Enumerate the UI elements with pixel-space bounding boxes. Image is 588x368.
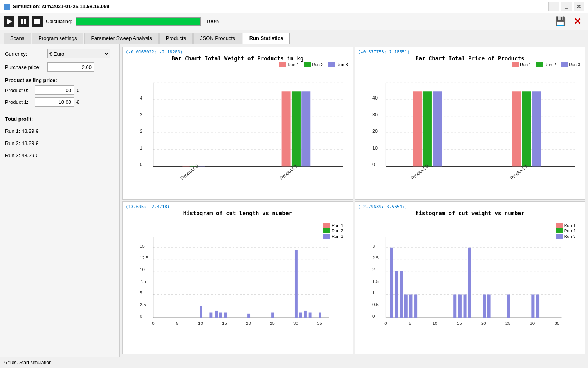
svg-text:12.5: 12.5 bbox=[140, 255, 148, 260]
price-legend-run3-label: Run 3 bbox=[569, 62, 580, 67]
main-window: Simulation: sim.2021-01-25.11.58.16.059 … bbox=[0, 0, 588, 368]
play-icon bbox=[7, 18, 12, 25]
currency-select[interactable]: € Euro $ USD bbox=[47, 49, 110, 58]
tab-json-products[interactable]: JSON Products bbox=[193, 33, 242, 44]
toolbar: Calculating: 100% 💾 ✕ bbox=[0, 13, 588, 30]
tab-scans[interactable]: Scans bbox=[4, 33, 31, 44]
product-0-input[interactable] bbox=[35, 85, 74, 95]
chart-price-svg: 0 10 20 30 40 bbox=[372, 69, 580, 182]
svg-rect-18 bbox=[301, 91, 310, 166]
svg-rect-67 bbox=[209, 312, 212, 318]
svg-rect-34 bbox=[413, 91, 422, 166]
svg-text:20: 20 bbox=[372, 129, 378, 134]
svg-rect-69 bbox=[219, 312, 222, 318]
product-1-input[interactable] bbox=[35, 97, 74, 107]
svg-rect-103 bbox=[395, 271, 398, 318]
svg-rect-111 bbox=[468, 247, 471, 318]
pause-button[interactable] bbox=[18, 16, 29, 27]
svg-text:30: 30 bbox=[372, 112, 378, 118]
status-text: 6 files. Start simulation. bbox=[4, 360, 53, 365]
progress-percent: 100% bbox=[206, 18, 219, 24]
svg-rect-75 bbox=[304, 310, 307, 317]
svg-text:3: 3 bbox=[140, 112, 142, 118]
chart-cut-weight-svg: 0 0.5 1 1.5 2 2.5 3 bbox=[372, 218, 580, 337]
chart-weight: (-0.0163022; -2.18203) Bar Chart Total W… bbox=[122, 47, 353, 200]
svg-rect-106 bbox=[409, 294, 412, 318]
product-section: Product selling price: Product 0: € Prod… bbox=[5, 77, 115, 109]
svg-rect-72 bbox=[271, 312, 274, 318]
price-legend-run1-label: Run 1 bbox=[520, 62, 531, 67]
svg-text:0: 0 bbox=[140, 314, 142, 319]
tab-products[interactable]: Products bbox=[159, 33, 193, 44]
product-1-name: Product 1: bbox=[5, 99, 32, 105]
legend-run2: Run 2 bbox=[304, 62, 323, 67]
svg-text:2.5: 2.5 bbox=[140, 302, 146, 307]
svg-text:10: 10 bbox=[140, 267, 145, 272]
svg-text:2: 2 bbox=[372, 267, 375, 272]
svg-rect-107 bbox=[414, 294, 417, 318]
pause-bar-2 bbox=[24, 19, 26, 24]
pause-bar-1 bbox=[21, 19, 23, 24]
title-bar-left: Simulation: sim.2021-01-25.11.58.16.059 bbox=[4, 4, 109, 10]
total-profit-label: Total profit: bbox=[5, 116, 115, 122]
chart-price-title: Bar Chart Total Price of Products bbox=[357, 55, 584, 62]
svg-rect-112 bbox=[483, 294, 486, 318]
svg-rect-13 bbox=[182, 166, 189, 166]
play-button[interactable] bbox=[4, 16, 14, 27]
product-0-row: Product 0: € bbox=[5, 85, 115, 95]
chart-price: (-0.577753; 7.18651) Bar Chart Total Pri… bbox=[355, 47, 586, 200]
product-0-name: Product 0: bbox=[5, 87, 32, 93]
minimize-button[interactable]: – bbox=[548, 2, 559, 11]
chart-price-legend: Run 1 Run 2 Run 3 bbox=[357, 62, 584, 68]
svg-text:3: 3 bbox=[372, 243, 375, 248]
chart-cut-weight-title: Histogram of cut weight vs number bbox=[357, 210, 584, 216]
purchase-price-input[interactable] bbox=[47, 62, 94, 72]
chart-price-coords: (-0.577753; 7.18651) bbox=[357, 49, 584, 55]
svg-rect-113 bbox=[487, 294, 490, 318]
chart-cut-weight: (-2.79639; 3.56547) Histogram of cut wei… bbox=[355, 201, 586, 355]
legend-run3-label: Run 3 bbox=[336, 62, 348, 67]
chart-cut-length-title: Histogram of cut length vs number bbox=[124, 210, 351, 216]
svg-text:0: 0 bbox=[152, 321, 154, 325]
price-legend-run2: Run 2 bbox=[536, 62, 556, 67]
svg-text:1: 1 bbox=[140, 145, 142, 151]
legend-run1: Run 1 bbox=[279, 62, 299, 67]
legend-run1-color bbox=[279, 62, 286, 67]
svg-rect-104 bbox=[400, 271, 403, 318]
svg-text:25: 25 bbox=[505, 321, 510, 325]
svg-rect-115 bbox=[531, 294, 534, 318]
chart-cut-length-area: 0 2.5 5 7.5 10 12.5 15 bbox=[124, 216, 351, 353]
svg-rect-116 bbox=[536, 294, 539, 318]
svg-text:2.5: 2.5 bbox=[372, 255, 379, 260]
stop-button[interactable] bbox=[32, 16, 43, 27]
svg-rect-15 bbox=[198, 166, 205, 166]
tab-program-settings[interactable]: Program settings bbox=[32, 33, 83, 44]
chart-weight-svg: 0 1 2 3 4 bbox=[140, 69, 347, 182]
product-1-row: Product 1: € bbox=[5, 97, 115, 107]
svg-text:35: 35 bbox=[317, 321, 322, 325]
svg-text:20: 20 bbox=[481, 321, 486, 325]
tab-bar: Scans Program settings Parameter Sweep A… bbox=[0, 30, 588, 44]
svg-text:10: 10 bbox=[432, 321, 437, 325]
svg-rect-108 bbox=[453, 294, 456, 318]
save-button[interactable]: 💾 bbox=[553, 15, 567, 29]
svg-text:1.5: 1.5 bbox=[372, 279, 379, 283]
svg-text:10: 10 bbox=[372, 145, 378, 151]
currency-row: Currency: € Euro $ USD bbox=[5, 49, 115, 58]
svg-rect-109 bbox=[458, 294, 461, 318]
svg-rect-17 bbox=[292, 91, 301, 166]
currency-label: Currency: bbox=[5, 51, 44, 57]
svg-rect-70 bbox=[224, 312, 227, 318]
svg-rect-16 bbox=[282, 91, 291, 166]
svg-text:25: 25 bbox=[270, 321, 275, 325]
window-close-button[interactable]: ✕ bbox=[574, 2, 584, 11]
legend-run2-color bbox=[304, 62, 311, 67]
svg-text:5: 5 bbox=[140, 290, 142, 295]
maximize-button[interactable]: □ bbox=[561, 2, 572, 11]
run-2-result: Run 2: 48.29 € bbox=[5, 140, 115, 146]
close-app-button[interactable]: ✕ bbox=[570, 15, 584, 29]
tab-run-statistics[interactable]: Run Statistics bbox=[243, 33, 290, 44]
title-bar: Simulation: sim.2021-01-25.11.58.16.059 … bbox=[0, 0, 588, 13]
svg-rect-37 bbox=[512, 91, 521, 166]
tab-parameter-sweep[interactable]: Parameter Sweep Analysis bbox=[84, 33, 158, 44]
